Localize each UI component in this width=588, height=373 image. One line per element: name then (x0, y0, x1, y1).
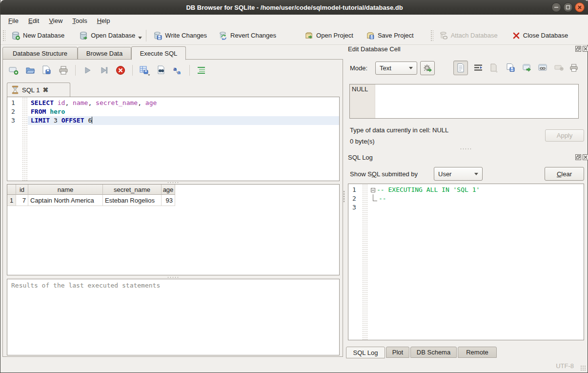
dock-close-button[interactable] (583, 154, 588, 160)
cell-word-wrap-button[interactable] (471, 61, 486, 75)
edit-cell-dock-title: Edit Database Cell (348, 45, 401, 53)
tab-browse-data[interactable]: Browse Data (78, 47, 131, 60)
log-text[interactable]: -- EXECUTING ALL IN 'SQL 1' -- (368, 184, 584, 340)
cell-import-button (487, 61, 501, 75)
close-button[interactable] (575, 2, 585, 12)
bottom-tab-plot[interactable]: Plot (386, 347, 409, 358)
results-message-box[interactable]: Results of the last executed statements (7, 279, 340, 355)
encoding-indicator[interactable]: UTF-8 (556, 362, 574, 370)
cell-text-mode-button[interactable] (453, 61, 468, 75)
sql-editor[interactable]: 1 2 3 SELECT id, name, secret_name, age … (7, 97, 340, 181)
sql-toolbar-separator (189, 65, 190, 76)
fold-marker-icon[interactable] (371, 188, 375, 192)
sql-file-tab[interactable]: SQL 1 ✖ (7, 83, 70, 97)
cell-export-button[interactable] (503, 61, 518, 75)
print-icon (58, 65, 69, 76)
menu-edit[interactable]: Edit (23, 16, 44, 26)
grid-header-age[interactable]: age (162, 185, 175, 195)
dock-float-button[interactable] (575, 46, 581, 52)
sql-log-dock-buttons (575, 154, 588, 160)
revert-changes-button[interactable]: Revert Changes (215, 29, 280, 42)
clear-button[interactable]: Clear (545, 167, 584, 181)
execute-all-button[interactable] (81, 64, 93, 76)
edit-cell-dock-buttons (575, 46, 588, 52)
toolbar-handle[interactable] (430, 30, 433, 41)
open-project-button[interactable]: Open Project (301, 29, 357, 42)
save-sql-file-button[interactable] (41, 64, 53, 76)
mode-label: Mode: (350, 64, 367, 72)
dock-close-button[interactable] (583, 46, 588, 52)
grid-cell-age[interactable]: 93 (162, 195, 175, 206)
cell-set-link-button[interactable] (535, 61, 550, 75)
grid-header-name[interactable]: name (28, 185, 103, 195)
format-sql-button[interactable] (196, 64, 207, 76)
import-file-icon (489, 63, 499, 73)
minimize-button[interactable] (551, 2, 561, 12)
find-replace-button[interactable] (155, 64, 167, 76)
stop-button[interactable] (115, 64, 126, 76)
results-grid[interactable]: id name secret_name age 1 7 Captain Nort… (7, 184, 340, 275)
sql-log-editor[interactable]: 1 2 3 -- EXECUTING ALL IN 'SQL 1' -- (348, 184, 584, 340)
menu-bar: File Edit View Tools Help (0, 15, 588, 26)
open-sql-file-icon (25, 65, 36, 76)
dock-float-button[interactable] (575, 154, 581, 160)
write-changes-button[interactable]: Write Changes (149, 29, 211, 42)
link-icon (538, 63, 547, 72)
title-bar[interactable]: DB Browser for SQLite - /home/user/code/… (0, 0, 588, 15)
export-results-button[interactable] (139, 64, 150, 76)
open-sql-file-button[interactable] (24, 64, 36, 76)
open-database-button[interactable]: Open Database (75, 29, 139, 42)
grid-header-id[interactable]: id (16, 185, 28, 195)
database-open-icon (79, 31, 88, 40)
sql-line: SELECT id, name, secret_name, age (28, 99, 339, 107)
new-database-button[interactable]: New Database (7, 29, 68, 42)
grid-cell-secret-name[interactable]: Esteban Rogelios (103, 195, 162, 206)
auto-completion-icon: aa (172, 65, 183, 76)
open-sql-tab-button[interactable] (8, 64, 20, 76)
sql-toolbar-separator (75, 65, 76, 76)
sql-editor-text[interactable]: SELECT id, name, secret_name, age FROM h… (28, 97, 339, 181)
project-open-icon (304, 31, 313, 40)
close-database-button[interactable]: Close Database (508, 29, 572, 42)
save-project-button[interactable]: Save Project (362, 29, 418, 42)
toolbar-handle[interactable] (2, 30, 5, 41)
project-save-icon (366, 31, 375, 40)
grid-cell-id[interactable]: 7 (16, 195, 28, 206)
menu-help[interactable]: Help (92, 16, 115, 26)
cell-value: NULL (350, 84, 375, 118)
menu-tools[interactable]: Tools (67, 16, 92, 26)
execute-current-line-button[interactable] (98, 64, 110, 76)
cell-type-info: Type of data currently in cell: NULL (350, 126, 448, 134)
cell-value-editor[interactable]: NULL (349, 84, 579, 119)
log-filter-combobox[interactable]: User (434, 167, 483, 181)
tab-execute-sql[interactable]: Execute SQL (131, 46, 186, 60)
attach-database-button: Attach Database (435, 29, 502, 42)
format-sql-icon (196, 65, 207, 76)
minimize-icon (554, 5, 559, 10)
menu-view[interactable]: View (44, 16, 67, 26)
menu-file[interactable]: File (3, 16, 23, 26)
grid-row-header[interactable]: 1 (7, 195, 16, 206)
bottom-tab-sql-log[interactable]: SQL Log (346, 347, 385, 358)
apply-data-button[interactable] (420, 61, 435, 75)
bottom-tab-db-schema[interactable]: DB Schema (410, 347, 457, 358)
cell-print-button[interactable] (567, 61, 581, 75)
print-button[interactable] (58, 64, 69, 76)
splitter-docks[interactable] (348, 147, 584, 150)
grid-header-secret-name[interactable]: secret_name (103, 185, 162, 195)
export-results-icon (139, 65, 150, 76)
maximize-button[interactable] (563, 2, 573, 12)
open-database-dropdown[interactable] (138, 37, 142, 39)
mode-combobox[interactable]: Text (375, 62, 417, 75)
bottom-tab-remote[interactable]: Remote (458, 347, 497, 358)
set-null-icon (554, 64, 564, 71)
sql-file-tab-close-icon[interactable]: ✖ (42, 86, 48, 94)
cell-open-external-button[interactable] (520, 61, 534, 75)
main-toolbar: New Database Open Database Write Changes… (0, 26, 588, 45)
grid-cell-name[interactable]: Captain North America (28, 195, 103, 206)
log-filter-label: Show SQL submitted by (350, 170, 418, 178)
resize-grip[interactable] (580, 365, 586, 371)
auto-completion-button[interactable]: aa (172, 64, 183, 76)
tab-database-structure[interactable]: Database Structure (2, 47, 78, 60)
splitter-vertical[interactable] (343, 190, 345, 203)
